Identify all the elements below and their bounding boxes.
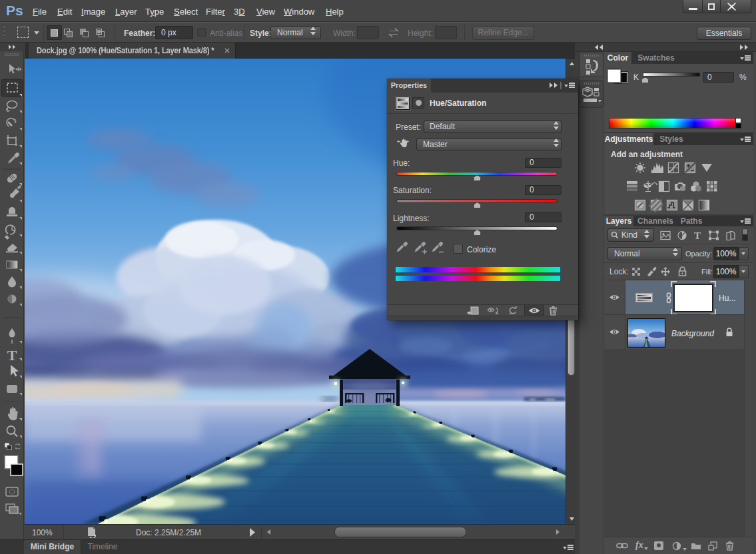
svg-text:T: T — [7, 347, 17, 364]
svg-text:T: T — [694, 230, 701, 240]
